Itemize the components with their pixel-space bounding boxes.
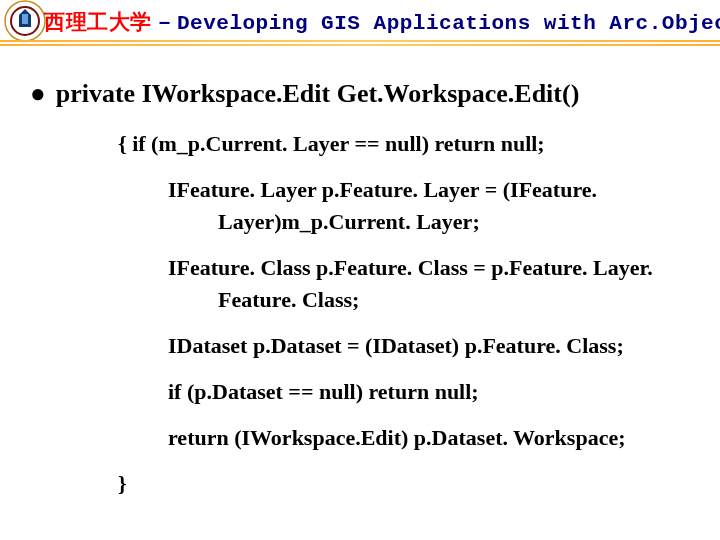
code-line-2: IFeature. Layer p.Feature. Layer = (IFea…: [168, 174, 670, 238]
code-line-1: { if (m_p.Current. Layer == null) return…: [118, 128, 670, 160]
slide-body: ● private IWorkspace.Edit Get.Workspace.…: [0, 78, 720, 514]
title-english: Developing GIS Applications with Arc.Obj…: [177, 12, 720, 35]
method-signature: private IWorkspace.Edit Get.Workspace.Ed…: [56, 78, 580, 110]
bullet-item: ● private IWorkspace.Edit Get.Workspace.…: [30, 78, 690, 110]
code-line-3: IFeature. Class p.Feature. Class = p.Fea…: [168, 252, 670, 316]
title-separator: －: [152, 10, 178, 34]
slide-header: 西理工大学－Developing GIS Applications with A…: [0, 0, 720, 58]
title-chinese: 西理工大学: [44, 10, 152, 34]
code-line-4: IDataset p.Dataset = (IDataset) p.Featur…: [168, 330, 670, 362]
bullet-marker-icon: ●: [30, 78, 46, 110]
svg-rect-2: [22, 14, 28, 24]
code-line-close-brace: }: [118, 468, 670, 500]
slide-title: 西理工大学－Developing GIS Applications with A…: [44, 8, 720, 36]
code-line-6: return (IWorkspace.Edit) p.Dataset. Work…: [168, 422, 670, 454]
code-line-5: if (p.Dataset == null) return null;: [168, 376, 670, 408]
university-crest-icon: [4, 0, 46, 42]
header-underline: [0, 40, 720, 46]
code-block: { if (m_p.Current. Layer == null) return…: [118, 128, 670, 500]
